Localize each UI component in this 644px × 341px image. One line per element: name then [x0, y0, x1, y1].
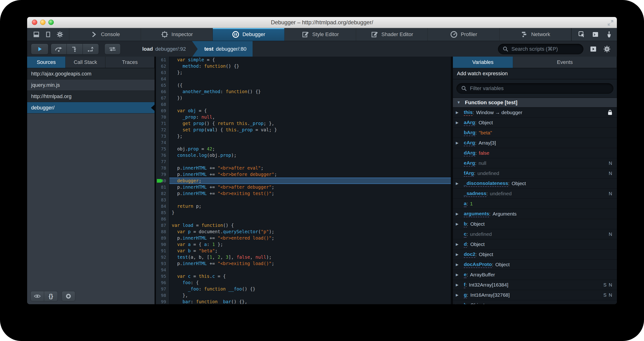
variable-row-this[interactable]: ▶this:Window → debugger	[453, 108, 617, 118]
variable-value[interactable]: Object	[470, 302, 485, 304]
code-line-62[interactable]: 62 method: function() {}	[156, 63, 451, 69]
code-text[interactable]: var simple = {	[169, 56, 451, 63]
source-item-http-ajax-googleapis-com[interactable]: http://ajax.googleapis.com	[27, 68, 154, 80]
code-text[interactable]	[169, 197, 451, 203]
code-line-61[interactable]: 61 var simple = {	[156, 56, 451, 63]
code-line-63[interactable]: 63 };	[156, 69, 451, 76]
variable-name[interactable]: doc2	[464, 252, 475, 258]
code-text[interactable]: var b = "beta";	[169, 248, 451, 254]
code-line-99[interactable]: 99 bar: function _bar() {},	[156, 298, 451, 304]
step-over-button[interactable]	[51, 44, 67, 54]
variable-value[interactable]: false	[479, 150, 489, 156]
variable-row-aArg[interactable]: ▶aArg:Object	[453, 118, 617, 128]
line-number-61[interactable]: 61	[156, 56, 169, 63]
code-line-78[interactable]: 78 p.innerHTML += "<br>after eval";	[156, 165, 451, 171]
code-text[interactable]: _prop: null,	[169, 114, 451, 120]
line-number-88[interactable]: 88	[156, 228, 169, 235]
close-button[interactable]	[32, 20, 37, 25]
variables-tab-variables[interactable]: Variables	[453, 56, 513, 68]
variable-name[interactable]: h	[464, 302, 467, 304]
variable-name[interactable]: this	[464, 110, 472, 116]
step-out-button[interactable]	[83, 44, 99, 54]
variable-value[interactable]: Int16Array[32768]	[470, 292, 510, 298]
variable-value[interactable]: undefined	[478, 170, 499, 176]
tab-debugger[interactable]: Debugger	[213, 28, 284, 41]
code-line-73[interactable]: 73 };	[156, 133, 451, 139]
code-line-87[interactable]: 87var load = function() {	[156, 222, 451, 228]
code-line-77[interactable]: 77	[156, 158, 451, 165]
code-line-93[interactable]: 93 p.innerHTML += "<br>exiting load()";	[156, 260, 451, 267]
code-text[interactable]: })	[169, 95, 451, 101]
variable-value[interactable]: Arguments	[492, 211, 516, 217]
code-line-92[interactable]: 92 test(a, b, [1, 2, 3], false, null);	[156, 254, 451, 260]
code-text[interactable]: another_method: function() {}	[169, 88, 451, 95]
code-line-98[interactable]: 98 },	[156, 292, 451, 298]
line-number-66[interactable]: 66	[156, 88, 169, 95]
variable-row-g[interactable]: ▶g:Int16Array[32768]S N	[453, 290, 617, 300]
line-number-97[interactable]: 97	[156, 286, 169, 292]
code-text[interactable]: return p;	[169, 203, 451, 210]
code-line-66[interactable]: 66 another_method: function() {}	[156, 88, 451, 95]
source-item-debugger-[interactable]: debugger/	[27, 102, 154, 114]
line-number-63[interactable]: 63	[156, 69, 169, 76]
pretty-print-button[interactable]: {}	[44, 291, 58, 302]
toolbox-options-icon[interactable]	[56, 31, 64, 38]
split-console-icon[interactable]	[592, 31, 599, 38]
variable-expander-icon[interactable]: ▶	[456, 141, 464, 145]
line-number-67[interactable]: 67	[156, 95, 169, 101]
breadcrumb-frame-test[interactable]: testdebugger/:80	[192, 41, 253, 57]
code-text[interactable]: },	[169, 292, 451, 298]
tab-console[interactable]: Console	[69, 28, 141, 41]
code-line-83[interactable]: 83	[156, 197, 451, 203]
variables-tab-events[interactable]: Events	[513, 56, 617, 68]
variable-expander-icon[interactable]: ▶	[456, 222, 464, 226]
variable-expander-icon[interactable]: ▶	[456, 120, 464, 125]
line-number-94[interactable]: 94	[156, 267, 169, 273]
filter-variables-box[interactable]	[456, 83, 613, 94]
line-number-74[interactable]: 74	[156, 139, 169, 146]
code-line-69[interactable]: 69 var obj = {	[156, 108, 451, 114]
code-text[interactable]: };	[169, 133, 451, 139]
code-text[interactable]	[169, 158, 451, 165]
variable-name[interactable]: eArg	[464, 160, 475, 166]
variable-row-f[interactable]: ▶f:Int32Array[16384]S N	[453, 280, 617, 290]
variable-name[interactable]: arguments	[464, 211, 489, 217]
code-text[interactable]: test(a, b, [1, 2, 3], false, null);	[169, 254, 451, 260]
variable-name[interactable]: c	[464, 231, 466, 238]
source-item-jquery-min-js[interactable]: jquery.min.js	[27, 80, 154, 91]
zoom-button[interactable]	[48, 20, 54, 25]
code-line-74[interactable]: 74	[156, 139, 451, 146]
variable-row-_disconsolateness[interactable]: ▶_disconsolateness:Object	[453, 178, 617, 189]
variable-name[interactable]: e	[464, 272, 466, 278]
variable-name[interactable]: dArg	[464, 150, 475, 156]
tab-inspector[interactable]: Inspector	[141, 28, 213, 41]
step-in-button[interactable]	[67, 44, 83, 54]
line-number-91[interactable]: 91	[156, 248, 169, 254]
variable-row-docAsProto[interactable]: ▶docAsProto:Object	[453, 260, 617, 270]
variable-value[interactable]: 1	[470, 201, 473, 206]
line-number-77[interactable]: 77	[156, 158, 169, 165]
panel-toggle-icon[interactable]	[590, 45, 597, 53]
variable-row-doc2[interactable]: ▶doc2:Object	[453, 250, 617, 260]
variable-expander-icon[interactable]: ▶	[456, 110, 464, 114]
variable-expander-icon[interactable]: ▶	[456, 242, 464, 246]
variable-value[interactable]: undefined	[490, 191, 512, 196]
code-text[interactable]: get prop() { return this._prop; },	[169, 120, 451, 127]
minimize-button[interactable]	[40, 20, 46, 25]
code-line-84[interactable]: 84 return p;	[156, 203, 451, 210]
variable-expander-icon[interactable]: ▶	[456, 293, 464, 297]
search-scripts-box[interactable]	[498, 44, 583, 54]
line-number-87[interactable]: 87	[156, 222, 169, 228]
variable-name[interactable]: _sadness	[464, 190, 486, 197]
code-line-68[interactable]: 68	[156, 101, 451, 108]
titlebar[interactable]: Debugger – http://htmlpad.org/debugger/	[27, 17, 617, 28]
source-item-http-htmlpad-org[interactable]: http://htmlpad.org	[27, 91, 154, 102]
code-text[interactable]: p.innerHTML += "<br>before debugger";	[169, 171, 451, 178]
variable-row-eArg[interactable]: eArg:nullN	[453, 158, 617, 168]
variable-expander-icon[interactable]: ▶	[456, 252, 464, 256]
variable-value[interactable]: Window → debugger	[476, 110, 522, 115]
code-text[interactable]: p.innerHTML += "<br>after debugger";	[169, 184, 451, 190]
variable-value[interactable]: Object	[470, 221, 485, 227]
sources-tab-sources[interactable]: Sources	[27, 56, 66, 68]
code-text[interactable]: method: function() {}	[169, 63, 451, 69]
